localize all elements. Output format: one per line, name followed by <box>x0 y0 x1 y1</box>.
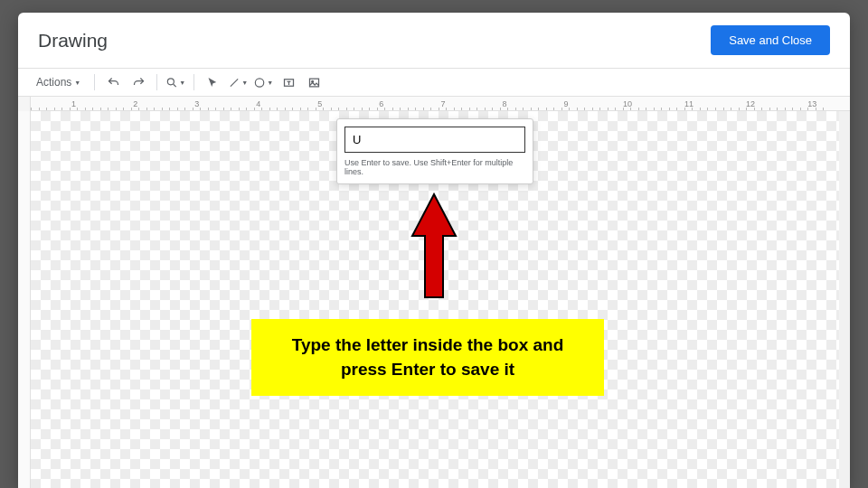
divider <box>94 74 95 90</box>
ruler-tick: 7 <box>440 99 445 108</box>
undo-icon[interactable] <box>103 72 123 92</box>
ruler-tick: 5 <box>317 99 322 108</box>
divider <box>156 74 157 90</box>
ruler-tick: 6 <box>379 99 383 108</box>
arrow-annotation <box>409 192 459 301</box>
instruction-callout: Type the letter inside the box and press… <box>251 319 604 396</box>
dialog-header: Drawing Save and Close <box>18 13 850 69</box>
canvas-area: Use Enter to save. Use Shift+Enter for m… <box>18 111 850 488</box>
horizontal-ruler: 12345678910111213 <box>18 97 850 111</box>
svg-point-1 <box>256 78 264 86</box>
vertical-scrollbar[interactable] <box>839 111 850 488</box>
divider <box>193 74 194 90</box>
dialog-title: Drawing <box>38 30 108 52</box>
select-tool-icon[interactable] <box>203 72 222 92</box>
text-edit-popup: Use Enter to save. Use Shift+Enter for m… <box>336 118 533 184</box>
drawing-canvas[interactable]: Use Enter to save. Use Shift+Enter for m… <box>31 111 850 488</box>
redo-icon[interactable] <box>128 72 148 92</box>
text-input[interactable] <box>344 127 525 153</box>
image-tool-icon[interactable] <box>304 72 324 92</box>
chevron-down-icon: ▼ <box>179 80 185 86</box>
svg-rect-3 <box>309 79 318 87</box>
ruler-tick: 2 <box>133 99 137 108</box>
line-tool-icon[interactable]: ▼ <box>228 72 248 92</box>
actions-menu-button[interactable]: Actions ▼ <box>31 72 86 92</box>
ruler-tick: 3 <box>194 99 199 108</box>
textbox-tool-icon[interactable] <box>278 72 298 92</box>
toolbar: Actions ▼ ▼ ▼ ▼ <box>18 69 850 97</box>
ruler-tick: 1 <box>71 99 76 108</box>
chevron-down-icon: ▼ <box>267 80 273 86</box>
chevron-down-icon: ▼ <box>74 80 80 86</box>
ruler-tick: 4 <box>256 99 260 108</box>
ruler-tick: 8 <box>502 99 506 108</box>
text-edit-hint: Use Enter to save. Use Shift+Enter for m… <box>344 158 525 176</box>
ruler-tick: 9 <box>563 99 568 108</box>
ruler-corner <box>18 97 31 111</box>
zoom-icon[interactable]: ▼ <box>165 72 185 92</box>
chevron-down-icon: ▼ <box>241 80 248 86</box>
svg-point-0 <box>168 78 175 84</box>
vertical-ruler <box>18 111 31 488</box>
save-and-close-button[interactable]: Save and Close <box>711 25 830 55</box>
drawing-dialog: Drawing Save and Close Actions ▼ ▼ ▼ <box>18 13 850 488</box>
shape-tool-icon[interactable]: ▼ <box>253 72 273 92</box>
